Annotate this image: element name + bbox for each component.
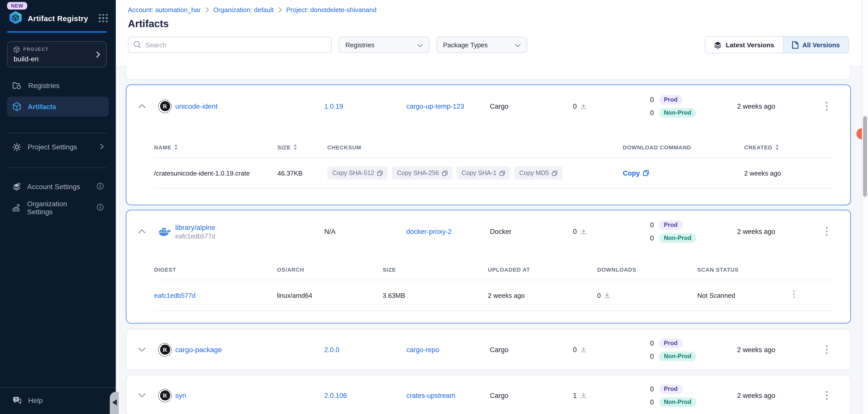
column-header-created[interactable]: CREATED <box>744 144 835 151</box>
artifact-row[interactable]: R cargo-package 2.0.0 cargo-repo Cargo 0… <box>126 330 850 370</box>
chevron-right-icon <box>278 7 282 12</box>
sidebar: NEW Artifact Registry PROJECT <box>0 0 116 414</box>
apps-grid-icon[interactable] <box>99 14 108 23</box>
layers-gear-icon <box>12 183 21 191</box>
expand-row-button[interactable] <box>134 330 150 370</box>
row-menu-button[interactable] <box>823 85 830 127</box>
sidebar-item-registries[interactable]: Registries <box>0 75 116 96</box>
artifact-row[interactable]: R syn 2.0.106 crates-upstream Cargo 1 0P… <box>126 375 850 414</box>
uploaded-at: 2 weeks ago <box>488 291 597 299</box>
artifact-registry-link[interactable]: docker-proxy-2 <box>406 228 452 235</box>
toolbar: Registries Package Types La <box>128 36 868 53</box>
checksum-buttons: Copy SHA-512 Copy SHA-256 Copy SHA-1 Cop… <box>327 167 623 180</box>
package-types-filter-dropdown[interactable]: Package Types <box>436 37 527 53</box>
app-window: NEW Artifact Registry PROJECT <box>0 0 868 414</box>
document-icon <box>792 41 798 48</box>
collapse-row-button[interactable] <box>134 85 150 127</box>
breadcrumb-account-link[interactable]: Account: automation_har <box>128 6 200 13</box>
sidebar-item-label: Organization Settings <box>27 200 90 216</box>
artifact-name-link[interactable]: syn <box>175 391 186 400</box>
chevron-right-icon <box>100 143 104 151</box>
registries-filter-dropdown[interactable]: Registries <box>339 37 430 53</box>
artifact-registry-link[interactable]: cargo-repo <box>406 346 439 353</box>
digest-link[interactable]: eafc1edb577d <box>154 292 195 299</box>
file-name: /cratesunicode-ident-1.0.19.crate <box>154 169 277 177</box>
sidebar-collapse-handle[interactable] <box>110 392 119 414</box>
copy-sha256-button[interactable]: Copy SHA-256 <box>392 167 453 180</box>
artifact-registry-link[interactable]: cargo-up-temp-123 <box>406 102 464 110</box>
search-box <box>128 37 332 53</box>
artifact-name-link[interactable]: library/alpine <box>175 223 215 231</box>
expand-row-button[interactable] <box>134 375 150 414</box>
breadcrumb-project-link[interactable]: Project: donotdelete-shivanand <box>286 6 376 13</box>
collapse-row-button[interactable] <box>134 210 150 252</box>
artifact-name-link[interactable]: cargo-package <box>175 346 222 354</box>
version-view-toggle: Latest Versions All Versions <box>705 36 849 53</box>
prod-badge: Prod <box>659 338 683 348</box>
main-panel: Account: automation_har Organization: de… <box>116 0 868 414</box>
package-type: Cargo <box>490 330 508 370</box>
page-title: Artifacts <box>128 18 868 30</box>
non-prod-count: 0 <box>650 109 654 116</box>
sidebar-item-account-settings[interactable]: Account Settings <box>0 177 116 197</box>
digest-row: eafc1edb577d linux/amd64 3.63MB 2 weeks … <box>154 280 835 311</box>
partial-card <box>126 66 851 80</box>
environment-counts: 0Prod 0Non-Prod <box>650 330 696 370</box>
chevron-right-icon <box>96 51 100 59</box>
artifact-card-unicode-ident: R unicode-ident 1.0.19 cargo-up-temp-123… <box>126 84 851 205</box>
copy-sha512-button[interactable]: Copy SHA-512 <box>327 167 388 180</box>
copy-icon <box>552 170 558 176</box>
kebab-menu-icon <box>826 345 828 354</box>
artifact-version-link[interactable]: 2.0.106 <box>324 391 347 399</box>
breadcrumb-organization-link[interactable]: Organization: default <box>213 6 274 13</box>
package-type: Cargo <box>490 85 508 127</box>
artifact-version: N/A <box>324 210 336 252</box>
prod-badge: Prod <box>659 95 683 104</box>
column-header-size[interactable]: SIZE <box>277 144 327 151</box>
column-header-name[interactable]: NAME <box>154 144 277 151</box>
info-icon[interactable] <box>97 182 104 191</box>
column-header-downloads: DOWNLOADS <box>597 267 697 273</box>
non-prod-badge: Non-Prod <box>659 397 696 407</box>
project-selector[interactable]: PROJECT build-en <box>7 41 107 67</box>
copy-sha1-button[interactable]: Copy SHA-1 <box>457 167 510 180</box>
copy-download-command-button[interactable]: Copy <box>623 169 744 177</box>
row-menu-button[interactable] <box>823 330 830 370</box>
scrollbar-track[interactable] <box>862 0 868 414</box>
column-header-scan-status: SCAN STATUS <box>697 267 835 273</box>
files-table-header: NAME SIZE CHECKSUM DOWNLOAD COMMAND CREA… <box>154 137 835 158</box>
artifact-registry-link[interactable]: crates-upstream <box>406 391 456 399</box>
sidebar-item-artifacts[interactable]: Artifacts <box>7 97 109 117</box>
download-icon <box>580 347 586 353</box>
artifact-version-link[interactable]: 2.0.0 <box>324 346 339 353</box>
sidebar-item-help[interactable]: ? Help <box>0 390 116 411</box>
artifact-row[interactable]: library/alpine eafc1edb577d N/A docker-p… <box>126 210 850 252</box>
page-header: Account: automation_har Organization: de… <box>116 0 868 65</box>
info-icon[interactable] <box>97 204 104 212</box>
search-icon <box>133 41 141 50</box>
artifact-version-link[interactable]: 1.0.19 <box>324 102 343 110</box>
digest-menu-button[interactable] <box>793 290 795 300</box>
digest-download-count: 0 <box>597 291 601 299</box>
non-prod-badge: Non-Prod <box>659 351 696 361</box>
artifact-name-link[interactable]: unicode-ident <box>175 102 217 110</box>
copy-md5-button[interactable]: Copy MD5 <box>514 167 562 180</box>
artifact-card-library-alpine: library/alpine eafc1edb577d N/A docker-p… <box>126 210 851 323</box>
brand-underline <box>7 31 107 33</box>
sidebar-item-label: Help <box>28 396 43 405</box>
help-chat-icon: ? <box>12 396 22 405</box>
sidebar-item-project-settings[interactable]: Project Settings <box>0 137 116 157</box>
scrollbar-thumb[interactable] <box>863 116 867 197</box>
column-header-uploaded-at: UPLOADED AT <box>488 267 597 273</box>
artifact-row[interactable]: R unicode-ident 1.0.19 cargo-up-temp-123… <box>126 85 850 127</box>
latest-versions-button[interactable]: Latest Versions <box>706 37 783 53</box>
non-prod-count: 0 <box>650 398 654 406</box>
sidebar-item-label: Project Settings <box>28 143 77 151</box>
sidebar-item-organization-settings[interactable]: Organization Settings <box>0 198 116 218</box>
search-input[interactable] <box>128 37 332 53</box>
row-menu-button[interactable] <box>823 210 830 252</box>
brand: Artifact Registry <box>8 10 108 26</box>
non-prod-badge: Non-Prod <box>659 108 696 117</box>
all-versions-button[interactable]: All Versions <box>783 37 848 53</box>
row-menu-button[interactable] <box>823 375 830 414</box>
